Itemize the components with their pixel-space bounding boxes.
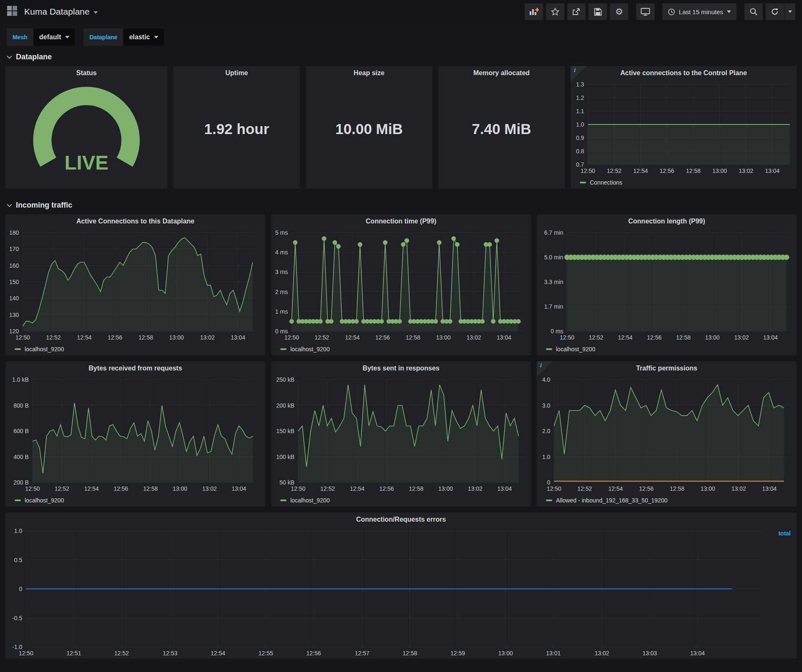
legend-label[interactable]: localhost_9200 bbox=[556, 346, 595, 352]
svg-text:-0.5: -0.5 bbox=[12, 615, 22, 621]
panel-title[interactable]: Connection/Requests errors bbox=[5, 512, 797, 527]
star-button[interactable] bbox=[546, 3, 564, 20]
legend-label[interactable]: total bbox=[778, 530, 791, 537]
panel-info-icon[interactable]: i bbox=[571, 66, 586, 82]
svg-text:12:51: 12:51 bbox=[66, 650, 81, 657]
panel-title[interactable]: Active Connections to this Dataplane bbox=[5, 214, 265, 228]
panel-status: Status LIVE bbox=[5, 66, 168, 189]
connection-errors-chart[interactable]: -1.0-0.500.51.012:5012:5112:5212:5312:54… bbox=[5, 527, 797, 659]
legend-label[interactable]: Allowed - inbound_192_168_33_50_19200 bbox=[556, 497, 667, 504]
svg-text:13:02: 13:02 bbox=[467, 334, 481, 341]
legend-label[interactable]: localhost_9200 bbox=[290, 497, 330, 504]
variable-dataplane-label: Dataplane bbox=[84, 28, 123, 46]
tv-mode-button[interactable] bbox=[636, 3, 655, 20]
svg-text:12:54: 12:54 bbox=[350, 485, 365, 492]
svg-text:12:58: 12:58 bbox=[403, 650, 417, 657]
svg-text:13:02: 13:02 bbox=[594, 650, 609, 657]
chevron-down-icon bbox=[727, 10, 731, 13]
panel-title[interactable]: Status bbox=[5, 66, 168, 80]
connection-time-chart[interactable]: 0 ms1 ms2 ms3 ms4 ms5 ms12:5012:5212:541… bbox=[271, 228, 531, 343]
chevron-down-icon bbox=[154, 36, 158, 38]
svg-text:12:54: 12:54 bbox=[618, 334, 632, 341]
panel-title[interactable]: Traffic permissions bbox=[537, 361, 797, 375]
chevron-down-icon bbox=[7, 56, 12, 59]
svg-text:13:04: 13:04 bbox=[231, 334, 245, 341]
svg-text:12:53: 12:53 bbox=[163, 650, 178, 657]
svg-text:13:00: 13:00 bbox=[498, 650, 513, 657]
connection-length-chart[interactable]: 0 ms1.7 min3.3 min5.0 min6.7 min12:5012:… bbox=[537, 228, 797, 343]
zoom-out-button[interactable] bbox=[744, 3, 763, 20]
variable-dataplane[interactable]: Dataplane elastic bbox=[84, 28, 164, 46]
refresh-button[interactable] bbox=[766, 3, 795, 20]
chevron-down-icon bbox=[7, 204, 12, 207]
legend-label[interactable]: localhost_9200 bbox=[25, 497, 64, 504]
bytes-sent-chart[interactable]: 50 kB100 kB150 kB200 kB250 kB12:5012:521… bbox=[271, 375, 531, 494]
svg-text:1.0 kB: 1.0 kB bbox=[12, 376, 29, 383]
svg-text:400 B: 400 B bbox=[13, 454, 29, 460]
svg-text:12:57: 12:57 bbox=[355, 650, 369, 657]
svg-text:5.0 min: 5.0 min bbox=[544, 254, 563, 261]
legend-label[interactable]: localhost_9200 bbox=[25, 346, 64, 352]
share-button[interactable] bbox=[567, 3, 586, 20]
svg-text:3.0: 3.0 bbox=[542, 402, 551, 409]
magnifier-icon bbox=[750, 8, 758, 16]
panel-title[interactable]: Active connections to the Control Plane bbox=[571, 66, 797, 80]
svg-text:5 ms: 5 ms bbox=[275, 229, 288, 236]
section-dataplane-label: Dataplane bbox=[16, 53, 52, 61]
dashboard-title-dropdown[interactable]: Kuma Dataplane bbox=[24, 7, 98, 17]
svg-text:12:54: 12:54 bbox=[77, 334, 91, 341]
svg-text:3.3 min: 3.3 min bbox=[544, 279, 563, 285]
control-plane-connections-chart[interactable]: 0.70.80.91.01.11.21.312:5012:5212:5412:5… bbox=[571, 80, 797, 176]
legend-swatch bbox=[15, 348, 21, 350]
svg-text:4.0: 4.0 bbox=[542, 376, 551, 383]
page-title: Kuma Dataplane bbox=[24, 7, 89, 17]
save-icon bbox=[594, 8, 602, 16]
variable-dataplane-value[interactable]: elastic bbox=[123, 28, 164, 46]
svg-text:1.0: 1.0 bbox=[576, 121, 584, 128]
legend-swatch bbox=[15, 500, 21, 501]
svg-text:13:02: 13:02 bbox=[739, 167, 754, 174]
refresh-icon bbox=[766, 3, 784, 20]
chart-legend: localhost_9200 bbox=[5, 494, 265, 507]
panel-info-icon[interactable]: i bbox=[537, 361, 553, 377]
panel-title[interactable]: Bytes sent in responses bbox=[271, 361, 531, 375]
svg-text:140: 140 bbox=[9, 295, 19, 302]
panel-title[interactable]: Uptime bbox=[173, 66, 300, 80]
legend-label[interactable]: Connections bbox=[590, 179, 622, 186]
svg-text:12:56: 12:56 bbox=[114, 485, 128, 492]
svg-text:160: 160 bbox=[9, 262, 19, 269]
panel-title[interactable]: Connection length (P99) bbox=[537, 214, 797, 228]
svg-text:13:04: 13:04 bbox=[763, 334, 778, 341]
status-live-text: LIVE bbox=[64, 152, 108, 174]
variable-mesh-value[interactable]: default bbox=[33, 28, 75, 46]
bytes-received-chart[interactable]: 200 B400 B600 B800 B1.0 kB12:5012:5212:5… bbox=[5, 375, 265, 494]
panel-title[interactable]: Connection time (P99) bbox=[271, 214, 531, 228]
add-panel-button[interactable] bbox=[525, 3, 543, 20]
section-incoming-traffic[interactable]: Incoming traffic bbox=[0, 194, 802, 214]
legend-swatch bbox=[280, 348, 287, 350]
variable-mesh[interactable]: Mesh default bbox=[7, 28, 75, 46]
svg-text:3 ms: 3 ms bbox=[275, 269, 288, 275]
active-connections-chart[interactable]: 12013014015016017018012:5012:5212:5412:5… bbox=[5, 228, 265, 343]
svg-text:150 kB: 150 kB bbox=[276, 428, 294, 434]
refresh-interval-dropdown[interactable] bbox=[784, 3, 795, 20]
save-button[interactable] bbox=[589, 3, 607, 20]
svg-text:13:00: 13:00 bbox=[438, 485, 453, 492]
legend-swatch bbox=[280, 500, 287, 501]
time-range-picker[interactable]: Last 15 minutes bbox=[662, 3, 736, 20]
dashboard-variables: Mesh default Dataplane elastic bbox=[0, 23, 802, 46]
panel-title[interactable]: Bytes received from requests bbox=[5, 361, 265, 375]
legend-label[interactable]: localhost_9200 bbox=[290, 346, 330, 352]
chevron-down-icon bbox=[788, 10, 792, 13]
panel-memory-allocated: Memory allocated 7.40 MiB bbox=[438, 66, 565, 189]
panel-connection-time: Connection time (P99) 0 ms1 ms2 ms3 ms4 … bbox=[271, 214, 531, 356]
settings-button[interactable]: ⚙ bbox=[610, 3, 628, 20]
section-dataplane[interactable]: Dataplane bbox=[0, 46, 802, 66]
panel-title[interactable]: Memory allocated bbox=[438, 66, 565, 80]
svg-text:12:56: 12:56 bbox=[639, 485, 654, 492]
apps-grid-icon[interactable] bbox=[7, 5, 18, 18]
legend-swatch bbox=[546, 348, 552, 350]
svg-text:0 ms: 0 ms bbox=[275, 328, 288, 335]
traffic-permissions-chart[interactable]: 01.02.03.04.012:5012:5212:5412:5612:5813… bbox=[537, 375, 797, 494]
panel-title[interactable]: Heap size bbox=[306, 66, 432, 80]
